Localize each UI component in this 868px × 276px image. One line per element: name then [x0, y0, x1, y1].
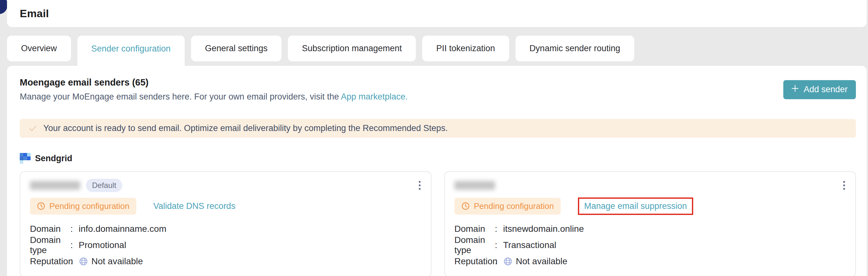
clock-icon: [461, 202, 470, 210]
detail-row-reputation: Reputation : Not available: [30, 256, 421, 267]
detail-colon: :: [70, 256, 79, 267]
provider-name: Sendgrid: [35, 153, 72, 164]
senders-heading: Moengage email senders (65): [20, 77, 408, 88]
tab-subscription-management[interactable]: Subscription management: [288, 36, 416, 61]
detail-row-domain-type: Domain type : Promotional: [30, 240, 421, 250]
sendgrid-logo-icon: [20, 153, 31, 164]
sender-card-header: [454, 179, 846, 192]
highlight-box: Manage email suppression: [578, 198, 693, 215]
globe-icon: [79, 256, 88, 266]
senders-description: Manage your MoEngage email senders here.…: [20, 92, 408, 102]
manage-email-suppression-link[interactable]: Manage email suppression: [584, 201, 687, 211]
detail-label: Domain type: [30, 235, 70, 255]
detail-value: Promotional: [79, 240, 126, 250]
detail-value: Transactional: [503, 240, 556, 250]
tab-pii-tokenization[interactable]: PII tokenization: [422, 36, 509, 61]
sender-cards: Default Pending configuration Validate D…: [20, 171, 856, 276]
sender-card-header: Default: [30, 179, 421, 192]
status-row: Pending configuration Validate DNS recor…: [30, 197, 421, 215]
clock-icon: [37, 202, 45, 210]
sender-name-redacted: [454, 181, 495, 190]
tab-dynamic-sender-routing[interactable]: Dynamic sender routing: [516, 36, 634, 61]
sender-details: Domain : info.domainname.com Domain type…: [30, 223, 421, 267]
status-label: Pending configuration: [474, 201, 554, 211]
detail-value: itsnewdomain.online: [503, 224, 584, 234]
sender-name-redacted: [30, 181, 80, 190]
header-bar: Email: [7, 0, 867, 27]
reputation-value: Not available: [91, 256, 143, 267]
detail-value: info.domainname.com: [79, 224, 166, 234]
detail-colon: :: [495, 256, 503, 267]
detail-colon: :: [70, 224, 79, 234]
add-sender-button[interactable]: Add sender: [783, 80, 856, 99]
app-marketplace-link[interactable]: App marketplace.: [341, 92, 408, 101]
detail-label: Domain type: [454, 235, 495, 255]
senders-header: Moengage email senders (65) Manage your …: [20, 77, 856, 102]
default-badge: Default: [86, 179, 122, 192]
nav-accent-circle: [0, 0, 8, 14]
description-text: Manage your MoEngage email senders here.…: [20, 92, 341, 101]
add-sender-label: Add sender: [804, 84, 848, 95]
detail-label: Reputation: [454, 256, 495, 267]
detail-colon: :: [70, 240, 79, 250]
tab-sender-configuration[interactable]: Sender configuration: [78, 36, 185, 66]
tab-overview[interactable]: Overview: [7, 36, 71, 61]
provider-row: Sendgrid: [20, 153, 856, 164]
page-title: Email: [20, 7, 49, 20]
more-options-button[interactable]: [415, 178, 424, 193]
detail-colon: :: [495, 224, 503, 234]
reputation-value: Not available: [516, 256, 567, 267]
status-label: Pending configuration: [49, 201, 130, 211]
banner-text: Your account is ready to send email. Opt…: [43, 124, 448, 133]
validate-dns-records-link[interactable]: Validate DNS records: [153, 201, 236, 211]
detail-label: Domain: [30, 224, 70, 234]
tab-bar: Overview Sender configuration General se…: [7, 36, 634, 66]
globe-icon: [503, 256, 513, 266]
detail-label: Domain: [454, 224, 495, 234]
main-panel: Moengage email senders (65) Manage your …: [7, 66, 867, 276]
detail-row-domain: Domain : info.domainname.com: [30, 223, 421, 234]
deliverability-banner: Your account is ready to send email. Opt…: [20, 119, 856, 138]
detail-colon: :: [495, 240, 503, 250]
detail-label: Reputation: [30, 256, 70, 267]
status-row: Pending configuration Manage email suppr…: [454, 197, 846, 215]
detail-row-reputation: Reputation : Not available: [454, 256, 846, 267]
detail-row-domain: Domain : itsnewdomain.online: [454, 223, 846, 234]
sender-details: Domain : itsnewdomain.online Domain type…: [454, 223, 846, 267]
tab-general-settings[interactable]: General settings: [191, 36, 282, 61]
detail-row-domain-type: Domain type : Transactional: [454, 240, 846, 250]
status-badge: Pending configuration: [30, 198, 136, 215]
sender-card: Pending configuration Manage email suppr…: [444, 171, 856, 276]
sender-card: Default Pending configuration Validate D…: [20, 171, 431, 276]
plus-icon: [790, 83, 800, 95]
check-icon: [28, 124, 38, 133]
more-options-button[interactable]: [840, 178, 848, 193]
status-badge: Pending configuration: [454, 198, 561, 215]
